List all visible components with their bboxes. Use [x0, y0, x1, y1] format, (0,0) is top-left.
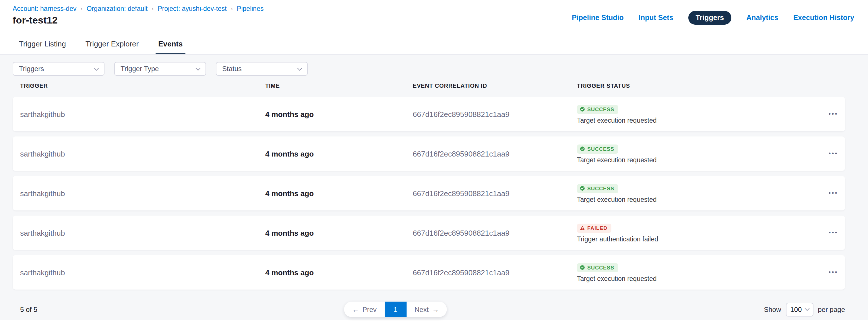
status-detail: Target execution requested	[577, 156, 813, 163]
tab-bar: Trigger Listing Trigger Explorer Events	[0, 33, 868, 55]
chevron-down-icon	[805, 306, 809, 311]
pagination: ← Prev 1 Next →	[344, 302, 447, 317]
column-header-trigger: TRIGGER	[20, 82, 265, 89]
event-time: 4 months ago	[265, 110, 413, 119]
event-time: 4 months ago	[265, 189, 413, 198]
check-circle-icon	[580, 265, 585, 270]
status-label: SUCCESS	[587, 186, 614, 191]
column-header-event-correlation-id: EVENT CORRELATION ID	[413, 82, 577, 89]
breadcrumb: Account: harness-dev › Organization: def…	[12, 5, 264, 12]
prev-label: Prev	[363, 305, 377, 313]
trigger-status-cell: SUCCESS Target execution requested	[577, 144, 813, 163]
trigger-name: sarthakgithub	[20, 189, 265, 198]
trigger-name: sarthakgithub	[20, 268, 265, 277]
header-left: Account: harness-dev › Organization: def…	[12, 5, 264, 26]
table-row: sarthakgithub 4 months ago 667d16f2ec895…	[12, 215, 845, 250]
triggers-filter-dropdown[interactable]: Triggers	[12, 62, 104, 76]
chevron-down-icon	[94, 66, 99, 70]
page-1-button[interactable]: 1	[384, 302, 406, 317]
warning-icon	[580, 225, 585, 231]
event-correlation-id: 667d16f2ec895908821c1aa9	[413, 110, 577, 119]
status-label: FAILED	[587, 225, 608, 231]
show-label: Show	[764, 305, 781, 313]
event-correlation-id: 667d16f2ec895908821c1aa9	[413, 268, 577, 277]
event-correlation-id: 667d16f2ec895908821c1aa9	[413, 189, 577, 198]
table-row: sarthakgithub 4 months ago 667d16f2ec895…	[12, 255, 845, 290]
table-row: sarthakgithub 4 months ago 667d16f2ec895…	[12, 97, 845, 131]
status-filter-label: Status	[222, 65, 242, 73]
trigger-name: sarthakgithub	[20, 149, 265, 158]
nav-analytics[interactable]: Analytics	[746, 14, 778, 22]
breadcrumb-separator-icon: ›	[152, 5, 154, 12]
events-table: sarthakgithub 4 months ago 667d16f2ec895…	[12, 97, 845, 290]
status-detail: Trigger authentication failed	[577, 235, 813, 242]
row-menu-button[interactable]: •••	[828, 187, 839, 200]
nav-triggers[interactable]: Triggers	[688, 11, 732, 25]
column-header-trigger-status: TRIGGER STATUS	[577, 82, 813, 89]
breadcrumb-project-link[interactable]: Project: ayushi-dev-test	[158, 5, 226, 12]
bottom-strip	[0, 320, 868, 336]
tab-trigger-listing[interactable]: Trigger Listing	[16, 33, 69, 54]
status-badge: SUCCESS	[577, 144, 618, 154]
breadcrumb-account-link[interactable]: Account: harness-dev	[12, 5, 76, 12]
event-time: 4 months ago	[265, 268, 413, 277]
arrow-right-icon: →	[432, 305, 439, 313]
row-menu-button[interactable]: •••	[828, 266, 839, 279]
table-row: sarthakgithub 4 months ago 667d16f2ec895…	[12, 176, 845, 210]
check-circle-icon	[580, 107, 585, 112]
check-circle-icon	[580, 146, 585, 152]
trigger-status-cell: SUCCESS Target execution requested	[577, 184, 813, 203]
row-menu-button[interactable]: •••	[828, 147, 839, 160]
tab-events[interactable]: Events	[155, 33, 185, 54]
page-size-select[interactable]: 100	[786, 302, 813, 316]
chevron-down-icon	[298, 66, 302, 70]
trigger-name: sarthakgithub	[20, 110, 265, 119]
triggers-filter-label: Triggers	[19, 65, 44, 73]
prev-page-button[interactable]: ← Prev	[344, 302, 384, 317]
trigger-status-cell: SUCCESS Target execution requested	[577, 263, 813, 282]
status-filter-dropdown[interactable]: Status	[216, 62, 308, 76]
page-header: Account: harness-dev › Organization: def…	[0, 0, 868, 33]
status-badge: FAILED	[577, 223, 611, 233]
next-page-button[interactable]: Next →	[406, 302, 447, 317]
chevron-down-icon	[196, 66, 200, 70]
status-detail: Target execution requested	[577, 275, 813, 282]
breadcrumb-separator-icon: ›	[231, 5, 233, 12]
per-page-label: per page	[818, 305, 845, 313]
breadcrumb-pipelines-link[interactable]: Pipelines	[237, 5, 264, 12]
row-menu-button[interactable]: •••	[828, 108, 839, 121]
event-time: 4 months ago	[265, 149, 413, 158]
page-size-control: Show 100 per page	[764, 302, 845, 316]
page-title: for-test12	[12, 15, 264, 26]
event-correlation-id: 667d16f2ec895908821c1aa9	[413, 149, 577, 158]
nav-execution-history[interactable]: Execution History	[793, 14, 854, 22]
nav-pipeline-studio[interactable]: Pipeline Studio	[572, 14, 624, 22]
breadcrumb-separator-icon: ›	[81, 5, 82, 12]
arrow-left-icon: ←	[352, 305, 359, 313]
status-detail: Target execution requested	[577, 117, 813, 124]
tab-trigger-explorer[interactable]: Trigger Explorer	[83, 33, 142, 54]
pagination-summary: 5 of 5	[12, 305, 37, 313]
check-circle-icon	[580, 186, 585, 191]
trigger-status-cell: FAILED Trigger authentication failed	[577, 223, 813, 242]
status-label: SUCCESS	[587, 265, 614, 270]
pagination-bar: 5 of 5 ← Prev 1 Next → Show 100 per page	[12, 302, 845, 317]
status-detail: Target execution requested	[577, 196, 813, 203]
status-badge: SUCCESS	[577, 263, 618, 272]
page-size-value: 100	[790, 305, 802, 313]
breadcrumb-organization-link[interactable]: Organization: default	[87, 5, 148, 12]
table-row: sarthakgithub 4 months ago 667d16f2ec895…	[12, 136, 845, 171]
trigger-type-filter-dropdown[interactable]: Trigger Type	[114, 62, 206, 76]
top-nav: Pipeline Studio Input Sets Triggers Anal…	[572, 11, 854, 25]
status-badge: SUCCESS	[577, 184, 618, 193]
status-label: SUCCESS	[587, 106, 614, 112]
status-label: SUCCESS	[587, 146, 614, 152]
nav-input-sets[interactable]: Input Sets	[639, 14, 673, 22]
next-label: Next	[414, 305, 429, 313]
events-content: Triggers Trigger Type Status TRIGGER TIM…	[0, 55, 868, 320]
status-badge: SUCCESS	[577, 105, 618, 114]
event-correlation-id: 667d16f2ec895908821c1aa9	[413, 229, 577, 237]
row-menu-button[interactable]: •••	[828, 227, 839, 239]
filter-bar: Triggers Trigger Type Status	[12, 62, 845, 76]
event-time: 4 months ago	[265, 229, 413, 237]
